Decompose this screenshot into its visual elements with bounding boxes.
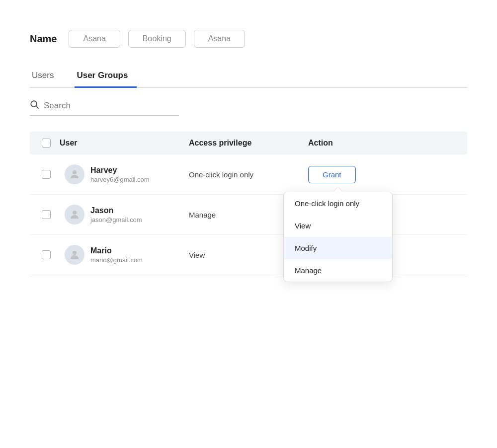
avatar-mario [65, 245, 84, 265]
table-row: Harvey harvey6@gmail.com One-click login… [30, 154, 467, 195]
search-input[interactable] [44, 101, 153, 111]
user-info-mario: Mario mario@gmail.com [90, 246, 186, 264]
dropdown-item-manage[interactable]: Manage [284, 259, 392, 282]
avatar-jason [65, 205, 84, 224]
row-checkbox-harvey[interactable] [42, 170, 51, 179]
search-bar [30, 100, 179, 116]
svg-line-1 [36, 106, 39, 109]
row-check-col [42, 250, 60, 259]
avatar-harvey [65, 164, 84, 184]
user-name-jason: Jason [90, 206, 186, 215]
grant-button-harvey[interactable]: Grant [308, 166, 356, 183]
name-label: Name [30, 33, 57, 45]
dropdown-item-modify[interactable]: Modify [284, 237, 392, 259]
user-email-mario: mario@gmail.com [90, 256, 186, 264]
row-check-col [42, 170, 60, 179]
svg-point-3 [73, 211, 77, 215]
table-row: Mario mario@gmail.com View Grant [30, 235, 467, 275]
privilege-dropdown: One-click login only View Modify Manage [283, 192, 393, 282]
name-tag-asana1[interactable]: Asana [69, 30, 120, 48]
dropdown-item-view[interactable]: View [284, 215, 392, 237]
header-access-privilege: Access privilege [189, 139, 308, 148]
name-tag-asana2[interactable]: Asana [194, 30, 245, 48]
user-info-jason: Jason jason@gmail.com [90, 206, 186, 224]
user-name-mario: Mario [90, 246, 186, 255]
header-user: User [60, 139, 189, 148]
header-checkbox-col [42, 139, 60, 148]
dropdown-item-one-click[interactable]: One-click login only [284, 192, 392, 215]
select-all-checkbox[interactable] [42, 139, 51, 148]
table-header: User Access privilege Action [30, 132, 467, 154]
user-name-harvey: Harvey [90, 166, 186, 175]
table-row: Jason jason@gmail.com Manage Grant [30, 195, 467, 235]
tab-user-groups[interactable]: User Groups [75, 66, 137, 88]
user-email-jason: jason@gmail.com [90, 216, 186, 224]
user-info-harvey: Harvey harvey6@gmail.com [90, 166, 186, 183]
header-action: Action [308, 139, 455, 148]
user-email-harvey: harvey6@gmail.com [90, 176, 186, 183]
tab-users[interactable]: Users [30, 66, 63, 88]
row-checkbox-jason[interactable] [42, 210, 51, 219]
action-harvey: Grant One-click login only View Modify M… [308, 166, 455, 183]
access-harvey: One-click login only [189, 170, 308, 179]
name-row: Name Asana Booking Asana [30, 30, 467, 48]
search-icon [30, 100, 39, 111]
row-check-col [42, 210, 60, 219]
svg-point-4 [73, 251, 77, 255]
svg-point-2 [73, 170, 77, 174]
name-tag-booking[interactable]: Booking [128, 30, 186, 48]
row-checkbox-mario[interactable] [42, 250, 51, 259]
tabs: Users User Groups [30, 66, 467, 88]
